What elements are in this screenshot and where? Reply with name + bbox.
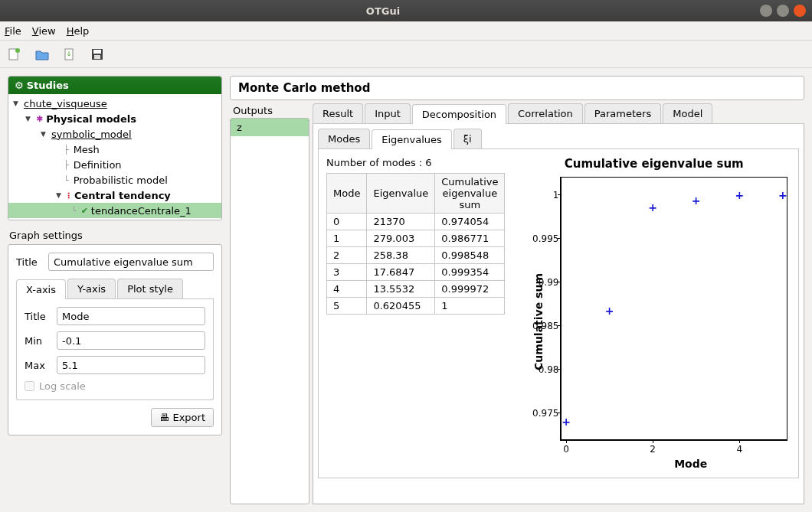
table-row[interactable]: 1279.0030.986771 (327, 230, 505, 247)
menubar: File View Help (0, 21, 812, 41)
x-tick-label: 2 (650, 444, 656, 455)
table-cell: 0.999972 (435, 281, 505, 298)
table-cell: 0 (327, 214, 367, 230)
method-title: Monte Carlo method (230, 76, 804, 100)
studies-title: Studies (27, 80, 69, 91)
chart: Cumulative eigenvalue sum Cumulative sum… (517, 157, 791, 470)
tree-study-root[interactable]: ▼chute_visqueuse (8, 96, 221, 111)
tree-tendance-centrale[interactable]: └✔tendanceCentrale_1 (8, 203, 221, 218)
table-row[interactable]: 317.68470.999354 (327, 264, 505, 281)
chart-title: Cumulative eigenvalue sum (517, 157, 791, 171)
table-cell: 13.5532 (367, 281, 435, 298)
tree-physical-models[interactable]: ▼✱Physical models (8, 111, 221, 126)
table-cell: 5 (327, 298, 367, 315)
studies-icon: ⚙ (15, 80, 24, 91)
window-minimize-button[interactable] (760, 5, 772, 17)
tree-mesh[interactable]: ├Mesh (8, 142, 221, 157)
y-tick-label: 0.985 (523, 321, 558, 331)
axis-min-label: Min (25, 335, 52, 347)
main-tab-result[interactable]: Result (313, 103, 363, 123)
axis-max-input[interactable] (57, 356, 205, 374)
table-cell: 2 (327, 247, 367, 264)
table-cell: 4 (327, 281, 367, 298)
outputs-list[interactable]: z (230, 118, 309, 504)
y-tick-label: 0.995 (523, 233, 558, 244)
axis-max-label: Max (25, 360, 52, 371)
window-titlebar: OTGui (0, 0, 812, 21)
table-row[interactable]: 0213700.974054 (327, 214, 505, 230)
sub-tab-1[interactable]: Eigenvalues (372, 129, 452, 149)
window-maximize-button[interactable] (777, 5, 789, 17)
gs-tabs: X-axis Y-axis Plot style (16, 279, 214, 299)
table-cell: 0.974054 (435, 214, 505, 230)
chart-point: + (692, 195, 701, 206)
tree-definition[interactable]: ├Definition (8, 157, 221, 172)
save-icon[interactable] (90, 47, 104, 61)
window-title: OTGui (6, 5, 760, 17)
window-close-button[interactable] (794, 5, 806, 17)
main-tab-decomposition[interactable]: Decomposition (412, 104, 506, 124)
open-file-icon[interactable] (35, 47, 49, 61)
studies-tree[interactable]: ▼chute_visqueuse ▼✱Physical models ▼symb… (8, 94, 221, 220)
chart-xlabel: Mode (591, 458, 791, 470)
table-cell: 279.003 (367, 230, 435, 247)
gs-title-label: Title (16, 256, 44, 268)
tab-plot-style[interactable]: Plot style (117, 279, 183, 298)
tree-prob-model[interactable]: └Probabilistic model (8, 172, 221, 188)
table-row[interactable]: 50.6204551 (327, 298, 505, 315)
toolbar (0, 41, 812, 68)
chart-point: + (648, 202, 657, 213)
y-tick-label: 0.98 (523, 364, 558, 375)
table-cell: 17.6847 (367, 264, 435, 281)
menu-view[interactable]: View (32, 25, 56, 37)
table-header: Cumulativeeigenvaluesum (435, 174, 505, 214)
menu-file[interactable]: File (5, 25, 21, 37)
atom-icon: ✱ (36, 114, 43, 124)
output-item-z[interactable]: z (231, 119, 309, 136)
tab-x-axis[interactable]: X-axis (16, 279, 66, 299)
stat-icon: ⫶ (67, 191, 71, 201)
chart-plot-area: 0.9750.980.9850.990.9951024++++++ (560, 177, 787, 441)
outputs-header: Outputs (230, 103, 309, 118)
check-icon: ✔ (81, 206, 88, 216)
main-tab-model[interactable]: Model (663, 103, 712, 123)
sub-tabs: ModesEigenvaluesξi (318, 129, 799, 149)
graph-settings-panel: Title X-axis Y-axis Plot style Title (8, 244, 222, 435)
table-header: Eigenvalue (367, 174, 435, 214)
export-label: Export (172, 412, 205, 423)
table-cell: 1 (435, 298, 505, 315)
x-tick-label: 4 (736, 444, 742, 455)
import-icon[interactable] (63, 47, 77, 61)
main-tab-input[interactable]: Input (365, 103, 411, 123)
table-row[interactable]: 413.55320.999972 (327, 281, 505, 298)
x-tick-label: 0 (563, 444, 569, 455)
table-cell: 1 (327, 230, 367, 247)
tree-central-tendency[interactable]: ▼⫶Central tendency (8, 188, 221, 203)
tab-y-axis[interactable]: Y-axis (67, 279, 116, 298)
table-cell: 0.999354 (435, 264, 505, 281)
eigenvalue-table: ModeEigenvalueCumulativeeigenvaluesum 02… (326, 173, 505, 315)
tree-symbolic-model[interactable]: ▼symbolic_model (8, 126, 221, 142)
table-row[interactable]: 2258.380.998548 (327, 247, 505, 264)
axis-min-input[interactable] (57, 331, 205, 350)
table-cell: 3 (327, 264, 367, 281)
log-scale-label: Log scale (39, 380, 86, 392)
export-button[interactable]: 🖶 Export (151, 408, 214, 427)
main-tab-parameters[interactable]: Parameters (584, 103, 661, 123)
gs-title-input[interactable] (48, 253, 214, 271)
axis-title-input[interactable] (57, 307, 205, 325)
studies-header: ⚙ Studies (8, 77, 221, 94)
chart-point: + (735, 190, 744, 201)
main-tab-correlation[interactable]: Correlation (508, 103, 583, 123)
log-scale-checkbox (25, 381, 34, 391)
table-cell: 21370 (367, 214, 435, 230)
y-tick-label: 1 (523, 190, 558, 201)
menu-help[interactable]: Help (67, 25, 90, 37)
new-file-icon[interactable] (8, 47, 21, 61)
y-tick-label: 0.975 (523, 408, 558, 419)
svg-rect-4 (93, 50, 101, 54)
sub-tab-2[interactable]: ξi (453, 129, 482, 148)
table-title: Number of modes : 6 (326, 157, 505, 168)
studies-panel: ⚙ Studies ▼chute_visqueuse ▼✱Physical mo… (8, 76, 222, 220)
sub-tab-0[interactable]: Modes (318, 129, 370, 148)
